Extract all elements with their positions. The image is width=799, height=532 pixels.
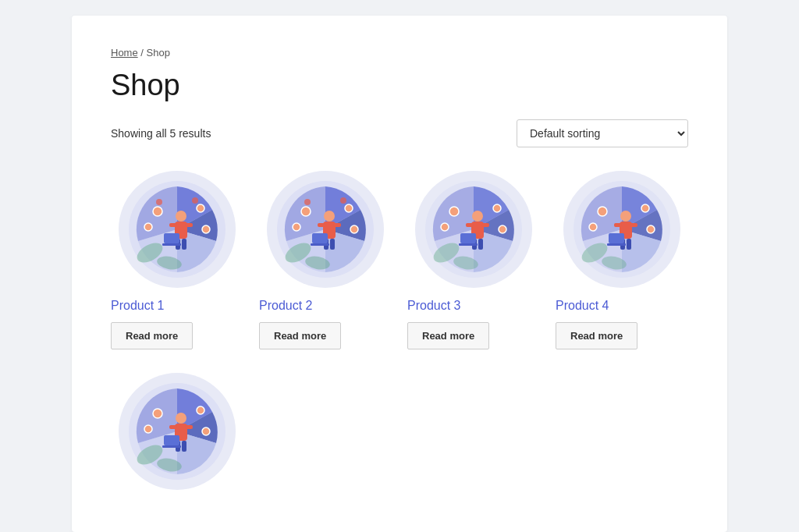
svg-point-11: [153, 207, 162, 216]
svg-point-28: [301, 207, 311, 216]
product-image-wrapper-5: [111, 373, 243, 490]
product-card-5: [111, 373, 243, 501]
product-name-4[interactable]: Product 4: [556, 299, 609, 313]
page-title: Shop: [111, 68, 688, 104]
svg-rect-69: [169, 425, 177, 429]
svg-rect-73: [164, 435, 179, 445]
svg-point-29: [345, 204, 353, 212]
product-name-3[interactable]: Product 3: [407, 299, 460, 313]
svg-rect-74: [162, 445, 181, 448]
svg-rect-42: [478, 239, 483, 250]
svg-point-78: [144, 425, 152, 433]
svg-point-77: [202, 427, 210, 435]
svg-point-47: [499, 225, 506, 233]
svg-rect-40: [481, 223, 489, 227]
product-image-wrapper-2: [259, 171, 392, 288]
svg-rect-27: [311, 243, 329, 246]
svg-point-76: [197, 406, 204, 414]
svg-point-20: [324, 211, 335, 222]
svg-rect-26: [312, 233, 328, 243]
breadcrumb-separator: /: [140, 47, 146, 59]
svg-rect-8: [182, 239, 186, 250]
breadcrumb-current: Shop: [147, 47, 170, 59]
svg-rect-70: [185, 425, 193, 429]
product-card-1: Product 1 Read more: [111, 171, 243, 349]
svg-rect-5: [169, 223, 177, 227]
products-grid: Product 1 Read more: [111, 171, 688, 349]
svg-point-32: [304, 199, 311, 205]
svg-rect-10: [162, 243, 181, 246]
product-name-2[interactable]: Product 2: [259, 299, 312, 313]
svg-rect-58: [609, 233, 624, 243]
svg-rect-9: [164, 233, 179, 243]
product-image-wrapper-1: [111, 171, 243, 288]
svg-rect-54: [614, 223, 622, 227]
breadcrumb: Home / Shop: [111, 47, 688, 59]
svg-point-16: [192, 197, 198, 204]
svg-point-45: [449, 207, 459, 216]
product-card-4: Product 4 Read more: [556, 171, 688, 349]
svg-point-31: [293, 223, 300, 231]
svg-point-3: [176, 211, 186, 222]
svg-rect-44: [459, 243, 478, 246]
product-illustration-2: [267, 171, 384, 288]
product-illustration-3: [415, 171, 532, 288]
svg-rect-39: [466, 223, 474, 227]
results-count: Showing all 5 results: [111, 127, 211, 140]
read-more-button-1[interactable]: Read more: [111, 322, 193, 349]
svg-point-63: [589, 223, 597, 231]
svg-rect-43: [460, 233, 476, 243]
page-container: Home / Shop Shop Showing all 5 results D…: [72, 16, 727, 532]
svg-rect-6: [185, 223, 193, 227]
product-illustration-4: [563, 171, 680, 288]
svg-point-52: [620, 211, 631, 222]
shop-header: Showing all 5 results Default sorting So…: [111, 119, 688, 147]
svg-point-37: [472, 211, 483, 222]
svg-point-67: [176, 413, 186, 424]
svg-point-48: [441, 223, 449, 231]
product-image-wrapper-3: [407, 171, 540, 288]
svg-point-12: [197, 204, 204, 212]
svg-rect-57: [627, 239, 631, 250]
svg-rect-23: [333, 223, 341, 227]
svg-point-30: [350, 225, 358, 233]
svg-rect-22: [318, 223, 325, 227]
product-illustration-1: [119, 171, 236, 288]
svg-point-15: [156, 199, 162, 205]
product-illustration-5: [119, 373, 236, 490]
read-more-button-2[interactable]: Read more: [259, 322, 341, 349]
breadcrumb-home[interactable]: Home: [111, 47, 138, 59]
read-more-button-4[interactable]: Read more: [556, 322, 637, 349]
product-name-1[interactable]: Product 1: [111, 299, 164, 313]
product-card-2: Product 2 Read more: [259, 171, 392, 349]
svg-point-61: [641, 204, 649, 212]
svg-point-33: [340, 197, 346, 204]
product-image-wrapper-4: [556, 171, 688, 288]
svg-point-75: [153, 409, 162, 418]
svg-rect-55: [630, 223, 637, 227]
svg-point-62: [647, 225, 655, 233]
product-card-3: Product 3 Read more: [407, 171, 540, 349]
svg-point-13: [202, 225, 210, 233]
svg-point-46: [493, 204, 501, 212]
svg-point-60: [598, 207, 607, 216]
svg-rect-59: [607, 243, 626, 246]
read-more-button-3[interactable]: Read more: [407, 322, 489, 349]
svg-rect-25: [330, 239, 335, 250]
svg-point-14: [144, 223, 152, 231]
svg-rect-72: [182, 441, 186, 452]
second-row: [111, 373, 688, 501]
sort-select[interactable]: Default sorting Sort by popularity Sort …: [517, 119, 688, 147]
